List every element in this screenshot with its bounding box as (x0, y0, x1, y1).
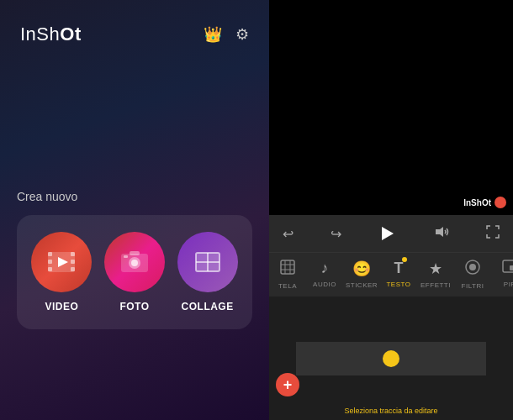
tool-pip[interactable]: PIP (491, 253, 513, 297)
video-label: VIDEO (45, 301, 78, 312)
create-section: Crea nuovo VIDEO (0, 176, 269, 343)
timeline-cursor[interactable] (383, 350, 399, 367)
foto-icon-circle (104, 232, 165, 292)
fullscreen-icon (486, 225, 500, 239)
foto-label: FOTO (119, 301, 149, 312)
app-logo: InShOt (20, 24, 82, 45)
video-preview: InShOt (269, 0, 513, 215)
settings-icon[interactable]: ⚙ (235, 25, 249, 44)
filtri-icon (465, 260, 480, 279)
svg-marker-16 (436, 227, 443, 237)
collage-svg-icon (193, 249, 223, 276)
tela-svg (280, 260, 295, 275)
svg-rect-17 (281, 260, 294, 274)
audio-icon: ♪ (321, 260, 329, 277)
create-label: Crea nuovo (17, 190, 252, 203)
card-video[interactable]: VIDEO (31, 232, 92, 312)
redo-button[interactable]: ↪ (327, 223, 345, 245)
filtri-svg (465, 260, 480, 275)
svg-rect-11 (124, 255, 128, 258)
watermark: InShOt (463, 197, 506, 208)
play-icon (382, 227, 394, 240)
sticker-label: STICKER (346, 281, 378, 289)
logo-text: InShOt (20, 24, 82, 45)
svg-rect-25 (510, 265, 513, 270)
volume-icon (435, 226, 450, 238)
svg-rect-4 (71, 252, 75, 256)
effetti-icon: ★ (429, 260, 442, 278)
svg-rect-5 (71, 260, 75, 264)
pip-label: PIP (504, 281, 513, 288)
card-collage[interactable]: COLLAGE (177, 232, 238, 312)
app-header: InShOt 👑 ⚙ (0, 0, 269, 59)
testo-label: TESTO (386, 281, 410, 288)
header-icons: 👑 ⚙ (204, 25, 249, 44)
effetti-label: EFFETTI (420, 281, 451, 289)
sticker-icon: 😊 (352, 260, 371, 278)
svg-rect-6 (71, 267, 75, 271)
toolbar: TELA ♪ AUDIO 😊 STICKER T TESTO ★ EFFETTI (269, 252, 513, 297)
tool-tela[interactable]: TELA (269, 253, 306, 297)
timeline-area: + Seleziona traccia da editare (269, 297, 513, 420)
video-svg-icon (46, 249, 77, 276)
tool-audio[interactable]: ♪ AUDIO (306, 253, 343, 297)
right-panel: InShOt ↩ ↪ (269, 0, 513, 420)
volume-button[interactable] (431, 223, 453, 244)
tool-filtri[interactable]: FILTRI (454, 253, 491, 297)
editor-controls: ↩ ↪ (269, 215, 513, 252)
svg-rect-12 (130, 251, 140, 255)
tool-testo[interactable]: T TESTO (380, 253, 417, 297)
tool-sticker[interactable]: 😊 STICKER (343, 253, 380, 297)
pip-svg (502, 260, 513, 273)
collage-icon-circle (177, 232, 238, 292)
foto-svg-icon (119, 249, 150, 276)
svg-rect-1 (48, 252, 52, 256)
filtri-label: FILTRI (462, 282, 484, 290)
fullscreen-button[interactable] (483, 222, 503, 245)
audio-label: AUDIO (313, 281, 336, 288)
video-icon-circle (31, 232, 92, 292)
crown-icon[interactable]: 👑 (204, 25, 222, 44)
timeline-track[interactable] (296, 342, 486, 375)
watermark-text: InShOt (463, 198, 491, 207)
tela-icon (280, 260, 295, 279)
svg-point-23 (469, 264, 476, 270)
svg-rect-2 (48, 260, 52, 264)
add-button[interactable]: + (276, 373, 299, 396)
card-foto[interactable]: FOTO (104, 232, 165, 312)
watermark-dot (494, 197, 506, 208)
tela-label: TELA (278, 282, 297, 290)
undo-button[interactable]: ↩ (279, 223, 297, 245)
tool-effetti[interactable]: ★ EFFETTI (417, 253, 454, 297)
svg-rect-3 (48, 267, 52, 271)
left-panel: InShOt 👑 ⚙ Crea nuovo (0, 0, 269, 420)
testo-icon: T (394, 260, 404, 277)
pip-icon (502, 260, 513, 277)
create-cards: VIDEO FOTO (17, 215, 252, 329)
collage-label: COLLAGE (182, 301, 234, 312)
svg-point-10 (131, 260, 138, 266)
select-track-hint: Seleziona traccia da editare (344, 407, 437, 415)
play-button[interactable] (374, 220, 401, 247)
testo-active-dot (402, 257, 407, 262)
